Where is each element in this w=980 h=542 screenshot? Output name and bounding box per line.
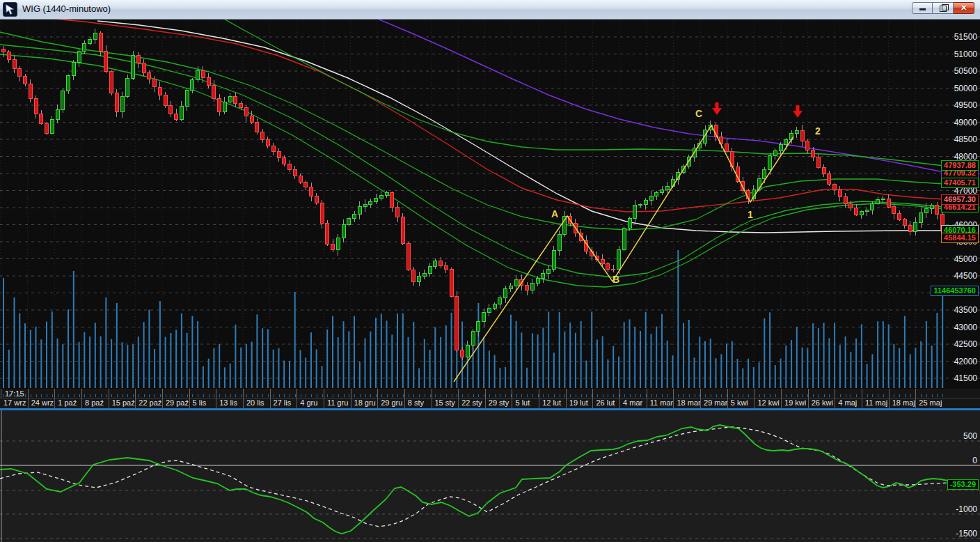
volume-bar [278,348,280,388]
price-tick-label: 49000 [935,118,977,127]
candle-body [547,269,551,274]
candle-tick [9,394,10,397]
candle-tick [327,394,328,397]
volume-bar [828,339,830,389]
candle-tick [495,394,496,397]
oscillator-panel[interactable]: 5000-500-1000-1500-353.29 [0,410,980,542]
candle-body [201,70,205,78]
title-bar[interactable]: WIG (1440-minutowo) ✕ [0,0,980,20]
candle-body [153,79,157,87]
candle-body [255,122,259,132]
candle-body [72,62,75,76]
candle-tick [203,394,204,397]
candle-body [180,106,183,120]
volume-bar [132,344,134,388]
candle-tick [705,394,706,397]
volume-bar [294,292,296,388]
volume-bar [8,350,10,388]
candle-tick [301,394,301,397]
candle-tick [846,394,846,397]
x-axis-date: 8 paź [81,398,109,408]
candle-tick [117,394,118,397]
candle-body [898,214,901,219]
volume-bar [138,336,139,388]
candle-body [482,313,486,322]
volume-bar [920,341,922,388]
volume-bar [624,322,625,388]
candle-tick [230,394,231,397]
candle-body [806,141,809,150]
candle-tick [581,394,582,397]
price-tick-label: 45000 [935,254,977,264]
volume-bar [564,332,565,388]
candle-body [104,51,108,71]
volume-bar [591,312,592,389]
candle-tick [910,394,911,397]
candle-tick [732,394,733,397]
close-button[interactable]: ✕ [954,2,974,14]
volume-bar [780,359,782,388]
candle-body [207,78,210,86]
volume-bar [197,321,198,388]
volume-bar [68,309,69,388]
candle-body [2,49,6,52]
candle-tick [667,394,668,397]
candle-body [223,102,226,112]
volume-bar [343,321,345,388]
candle-tick [791,394,792,397]
date-boundary-tick [915,389,916,398]
candle-tick [813,394,814,397]
candle-body [406,244,410,270]
candle-tick [354,394,355,397]
candle-body [304,183,308,187]
candle-body [644,200,647,204]
date-boundary-tick [458,389,459,398]
price-chart-panel[interactable]: ABC12 5150051000505005000049500490004850… [0,20,980,389]
restore-button[interactable] [933,2,954,14]
volume-bar [354,316,355,388]
volume-bar [159,301,161,388]
candle-body [347,218,351,224]
wave-label: C [695,108,702,119]
volume-bar [612,346,614,389]
cursor-arrow-icon [4,3,16,15]
candle-body [855,208,858,215]
candle-body [860,211,863,215]
candle-body [617,249,621,270]
volume-bar [559,312,560,388]
candle-tick [192,394,193,397]
candle-tick [554,394,555,397]
volume-bar [434,327,436,388]
volume-bar [359,362,361,388]
volume-bar [764,318,765,388]
volume-bar [24,323,26,388]
candle-body [914,223,917,232]
x-axis: 17:15 17 wrz24 wrz1 paź8 paź15 paź22 paź… [0,389,980,408]
candle-tick [867,394,868,397]
volume-bar [915,348,916,388]
volume-bar [213,348,214,388]
candle-body [800,130,804,141]
minimize-button[interactable] [912,2,933,14]
candle-tick [759,394,760,397]
candle-body [83,43,86,51]
volume-bar [40,339,42,388]
candle-tick [419,394,420,397]
date-boundary-tick [539,389,539,398]
candle-tick [770,394,770,397]
volume-bar [537,334,539,388]
candle-tick [311,394,312,397]
volume-bar [46,322,47,388]
date-boundary-tick [619,389,620,398]
volume-bar [300,350,301,388]
volume-bar [548,311,549,388]
candle-body [887,199,890,208]
x-axis-date: 29 paź [162,398,189,408]
candle-tick [640,394,641,397]
candle-tick [84,394,85,397]
candle-body [88,39,92,43]
candle-body [228,96,232,102]
candle-body [299,176,302,183]
wave-label: A [551,208,558,219]
x-axis-date: 27 lis [270,398,297,408]
